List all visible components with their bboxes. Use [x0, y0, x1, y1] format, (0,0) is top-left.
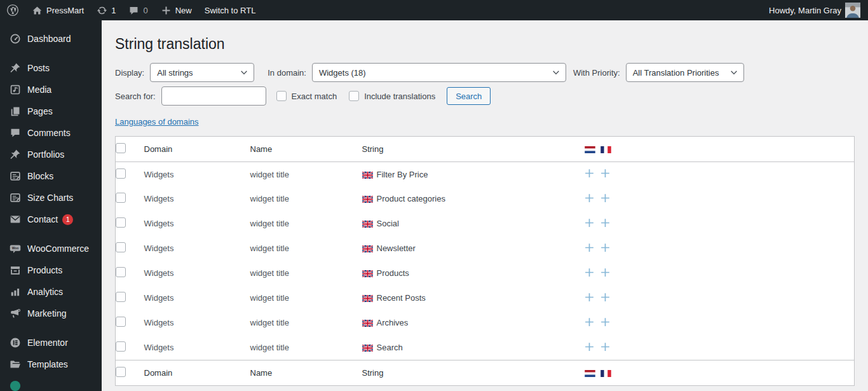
row-domain: Widgets: [144, 211, 250, 236]
add-translation-button[interactable]: [600, 292, 610, 302]
sidebar-item-woocommerce[interactable]: Woo WooCommerce: [0, 238, 102, 259]
sidebar-item-label: Marketing: [27, 308, 66, 319]
chevron-down-icon: [240, 68, 248, 79]
select-all-checkbox[interactable]: [116, 143, 126, 153]
add-translation-button[interactable]: [600, 218, 610, 228]
add-translation-button[interactable]: [585, 268, 594, 277]
wordpress-logo-icon: [6, 4, 19, 17]
row-string: Products: [377, 268, 409, 278]
row-domain: Widgets: [144, 261, 250, 285]
add-translation-button[interactable]: [585, 243, 594, 252]
sidebar-item-dashboard[interactable]: Dashboard: [0, 28, 102, 50]
woocommerce-icon: Woo: [9, 242, 22, 255]
sidebar-item-label: Posts: [27, 63, 50, 73]
row-domain: Widgets: [144, 335, 250, 360]
row-checkbox[interactable]: [116, 317, 126, 327]
search-button[interactable]: Search: [447, 87, 491, 105]
uk-flag-icon: [362, 320, 373, 327]
fr-flag-icon: [600, 146, 611, 153]
sidebar-item-label: Dashboard: [27, 34, 71, 44]
sidebar-item-blocks[interactable]: Blocks: [0, 165, 102, 187]
row-checkbox[interactable]: [116, 193, 126, 203]
domain-select-value: Widgets (18): [319, 68, 366, 78]
sidebar-item-label: WooCommerce: [27, 244, 89, 254]
megaphone-icon: [9, 307, 22, 320]
add-translation-button[interactable]: [585, 317, 594, 327]
sidebar-item-media[interactable]: Media: [0, 79, 102, 100]
add-translation-button[interactable]: [585, 193, 594, 203]
menu-separator: [0, 50, 102, 57]
wordpress-menu[interactable]: [0, 0, 25, 20]
uk-flag-icon: [362, 196, 373, 203]
languages-of-domains-link[interactable]: Languages of domains: [115, 117, 199, 127]
row-checkbox[interactable]: [116, 267, 126, 277]
table-footer-row: Domain Name String: [116, 360, 855, 385]
add-translation-button[interactable]: [600, 268, 610, 277]
pages-icon: [9, 105, 22, 118]
comments-link[interactable]: 0: [122, 0, 154, 20]
sidebar-item-label: Portfolios: [27, 149, 64, 160]
sidebar-item-marketing[interactable]: Marketing: [0, 303, 102, 324]
row-checkbox[interactable]: [116, 341, 126, 352]
footer-header-domain: Domain: [144, 360, 250, 385]
row-name: widget title: [250, 186, 362, 211]
new-content-menu[interactable]: New: [154, 0, 198, 20]
sidebar-item-comments[interactable]: Comments: [0, 122, 102, 144]
sidebar-item-label: Analytics: [27, 287, 63, 297]
switch-to-rtl-link[interactable]: Switch to RTL: [198, 0, 262, 20]
sidebar-item-size-charts[interactable]: Size Charts: [0, 187, 102, 209]
site-name-label: PressMart: [46, 6, 84, 15]
sidebar-item-pages[interactable]: Pages: [0, 100, 102, 122]
sidebar-item-products[interactable]: Products: [0, 259, 102, 281]
row-checkbox[interactable]: [116, 168, 126, 179]
new-label: New: [175, 6, 192, 15]
updates-link[interactable]: 1: [90, 0, 122, 20]
plus-icon: [161, 5, 172, 16]
sidebar-item-posts[interactable]: Posts: [0, 57, 102, 79]
nl-flag-icon: [585, 370, 595, 377]
pushpin-icon: [9, 62, 22, 74]
row-checkbox[interactable]: [116, 217, 126, 228]
menu-separator: [0, 230, 102, 238]
exact-match-checkbox[interactable]: [276, 91, 287, 101]
add-translation-button[interactable]: [600, 317, 610, 327]
row-string: Newsletter: [377, 244, 416, 253]
add-translation-button[interactable]: [600, 193, 610, 203]
add-translation-button[interactable]: [585, 342, 594, 352]
sidebar-item-partial[interactable]: [0, 375, 102, 391]
add-translation-button[interactable]: [585, 168, 594, 178]
add-translation-button[interactable]: [600, 342, 610, 352]
search-input[interactable]: [161, 86, 266, 106]
row-checkbox[interactable]: [116, 292, 126, 302]
switch-to-rtl-label: Switch to RTL: [205, 6, 256, 15]
uk-flag-icon: [362, 245, 373, 252]
sidebar-item-analytics[interactable]: Analytics: [0, 281, 102, 303]
update-icon: [97, 5, 107, 16]
account-menu[interactable]: Howdy, Martin Gray: [763, 0, 868, 20]
select-all-checkbox[interactable]: [116, 367, 126, 377]
priority-select[interactable]: All Translation Priorities: [626, 63, 744, 82]
sidebar-item-portfolios[interactable]: Portfolios: [0, 144, 102, 165]
row-string: Social: [377, 219, 399, 228]
domain-select[interactable]: Widgets (18): [312, 63, 566, 82]
site-name-link[interactable]: PressMart: [25, 0, 90, 20]
row-domain: Widgets: [144, 285, 250, 310]
sidebar-item-contact[interactable]: Contact 1: [0, 209, 102, 230]
string-row: Widgets widget title Product categories: [116, 186, 855, 211]
row-checkbox[interactable]: [116, 242, 126, 252]
add-translation-button[interactable]: [600, 168, 610, 178]
include-translations-checkbox[interactable]: [349, 91, 359, 101]
string-row: Widgets widget title Filter By Price: [116, 161, 855, 186]
table-header-row: Domain Name String: [116, 136, 855, 161]
sidebar-item-label: Pages: [27, 106, 53, 116]
sidebar-item-templates[interactable]: Templates: [0, 353, 102, 375]
display-select[interactable]: All strings: [150, 63, 254, 82]
string-row: Widgets widget title Products: [116, 261, 855, 285]
row-name: widget title: [250, 310, 362, 335]
sidebar-item-elementor[interactable]: Elementor: [0, 332, 102, 353]
sidebar-item-label: Size Charts: [27, 193, 73, 203]
add-translation-button[interactable]: [585, 218, 594, 228]
add-translation-button[interactable]: [585, 292, 594, 302]
uk-flag-icon: [362, 270, 373, 277]
add-translation-button[interactable]: [600, 243, 610, 252]
